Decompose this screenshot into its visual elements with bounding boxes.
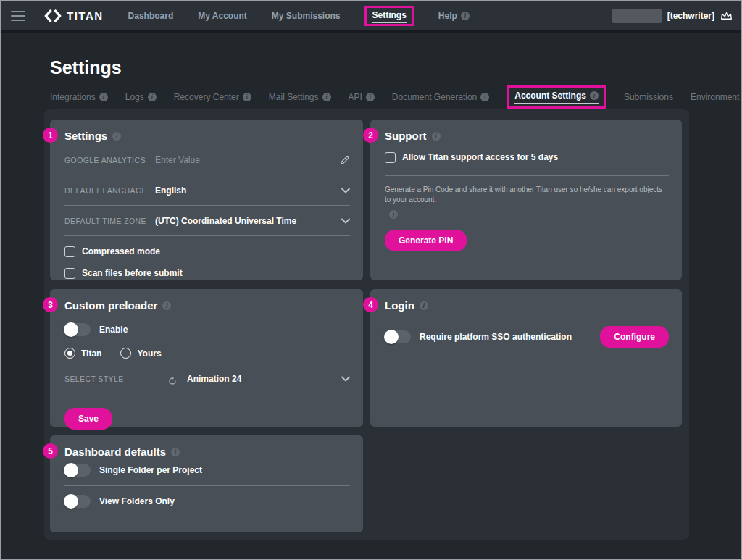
select-style-value: Animation 24 xyxy=(187,374,341,384)
info-badge-icon: i xyxy=(366,93,375,101)
brand-logo[interactable]: TITAN xyxy=(44,7,104,25)
enable-toggle-row: Enable xyxy=(64,323,350,336)
info-badge-icon[interactable]: i xyxy=(420,301,428,310)
tab-account-settings[interactable]: Account Settings i xyxy=(507,85,606,109)
nav-item-settings[interactable]: Settings xyxy=(364,6,413,26)
radio-option-titan[interactable]: Titan xyxy=(64,348,101,359)
tab-integrations-label: Integrations xyxy=(50,92,96,102)
settings-page: { "colors": { "accent": "#e0119b", "card… xyxy=(0,0,742,560)
tab-submissions[interactable]: Submissions xyxy=(624,92,673,102)
google-analytics-row: GOOGLE ANALYTICS Enter Value xyxy=(64,145,350,175)
info-badge-icon: i xyxy=(322,93,331,101)
radio-option-yours[interactable]: Yours xyxy=(120,348,161,359)
custom-preloader-card: 3 Custom preloader i Enable Titan Yours … xyxy=(50,289,363,427)
topbar-right: [techwriter] xyxy=(612,9,733,23)
chevron-down-icon[interactable] xyxy=(341,188,350,193)
info-badge-icon: i xyxy=(243,93,251,101)
step-badge-2: 2 xyxy=(363,128,378,143)
info-badge-icon[interactable]: i xyxy=(171,448,180,456)
settings-card-title: Settings xyxy=(64,130,107,142)
single-folder-row: Single Folder per Project xyxy=(64,464,350,477)
support-card: 2 Support i Allow Titan support access f… xyxy=(370,120,682,280)
radio-yours-label: Yours xyxy=(137,348,161,359)
step-badge-4: 4 xyxy=(363,297,378,312)
scan-files-checkbox[interactable] xyxy=(64,268,75,279)
nav-item-help[interactable]: Help i xyxy=(438,11,470,21)
view-folders-toggle[interactable] xyxy=(64,495,91,508)
page-title: Settings xyxy=(50,57,122,78)
nav-item-my-submissions[interactable]: My Submissions xyxy=(272,11,341,21)
info-badge-icon: i xyxy=(148,93,157,101)
hamburger-menu-icon[interactable] xyxy=(11,11,25,21)
dashboard-defaults-card: 5 Dashboard defaults i Single Folder per… xyxy=(50,435,363,532)
nav-item-dashboard[interactable]: Dashboard xyxy=(128,11,174,21)
default-timezone-row[interactable]: DEFAULT TIME ZONE (UTC) Coordinated Univ… xyxy=(64,206,350,236)
crown-icon[interactable] xyxy=(720,11,733,21)
brand-name: TITAN xyxy=(67,9,104,22)
step-badge-5: 5 xyxy=(43,443,58,459)
tab-api[interactable]: API i xyxy=(349,92,375,102)
tab-submissions-label: Submissions xyxy=(624,92,673,102)
sso-toggle[interactable] xyxy=(385,330,411,343)
compressed-mode-checkbox[interactable] xyxy=(64,246,75,257)
support-access-label: Allow Titan support access for 5 days xyxy=(402,152,558,162)
info-badge-icon[interactable]: i xyxy=(112,132,121,141)
tab-account-settings-label: Account Settings xyxy=(514,91,586,101)
sso-toggle-label: Require platform SSO authentication xyxy=(420,332,572,342)
nav-item-my-account[interactable]: My Account xyxy=(198,11,247,21)
google-analytics-label: GOOGLE ANALYTICS xyxy=(64,156,155,164)
info-badge-icon[interactable]: i xyxy=(432,132,441,141)
titan-logo-icon xyxy=(44,7,62,25)
info-badge-icon[interactable]: i xyxy=(389,210,398,219)
edit-pencil-icon[interactable] xyxy=(340,155,350,165)
tab-environment-variables[interactable]: Environment Variables xyxy=(691,92,742,102)
enable-toggle[interactable] xyxy=(64,323,91,336)
default-timezone-label: DEFAULT TIME ZONE xyxy=(64,217,155,225)
support-access-option: Allow Titan support access for 5 days xyxy=(385,148,669,167)
tab-logs-label: Logs xyxy=(125,92,144,102)
topbar: TITAN Dashboard My Account My Submission… xyxy=(1,1,742,33)
topbar-nav: Dashboard My Account My Submissions Sett… xyxy=(128,6,470,26)
dashboard-defaults-card-title: Dashboard defaults xyxy=(64,446,166,458)
tab-document-generation[interactable]: Document Generation i xyxy=(392,92,489,102)
info-badge-icon[interactable]: i xyxy=(162,301,171,310)
step-badge-1: 1 xyxy=(43,128,58,143)
radio-yours-unselected xyxy=(120,348,131,359)
scan-files-label: Scan files before submit xyxy=(82,268,183,278)
select-style-row[interactable]: SELECT STYLE Animation 24 xyxy=(64,364,350,393)
divider xyxy=(385,175,669,176)
default-language-value: English xyxy=(155,185,341,196)
view-folders-label: View Folders Only xyxy=(99,496,175,506)
radio-titan-label: Titan xyxy=(81,348,101,359)
chevron-down-icon[interactable] xyxy=(341,376,350,382)
tab-integrations[interactable]: Integrations i xyxy=(50,92,108,102)
tab-mail-settings[interactable]: Mail Settings i xyxy=(269,92,331,102)
step-badge-3: 3 xyxy=(43,297,58,312)
user-field[interactable] xyxy=(612,9,662,23)
settings-tabs: Integrations i Logs i Recovery Center i … xyxy=(50,85,742,109)
nav-item-help-label: Help xyxy=(438,11,457,21)
radio-titan-selected xyxy=(64,348,75,359)
animation-preview-icon xyxy=(168,377,177,385)
tab-recovery-center[interactable]: Recovery Center i xyxy=(174,92,251,102)
chevron-down-icon[interactable] xyxy=(341,218,350,224)
tab-api-label: API xyxy=(349,92,362,102)
active-nav-underline xyxy=(372,22,406,23)
tab-document-generation-label: Document Generation xyxy=(392,92,477,102)
nav-item-settings-label: Settings xyxy=(372,10,406,20)
tab-recovery-center-label: Recovery Center xyxy=(174,92,239,102)
support-access-checkbox[interactable] xyxy=(385,152,396,163)
info-badge-icon: i xyxy=(99,93,108,101)
configure-button[interactable]: Configure xyxy=(600,326,669,348)
single-folder-toggle[interactable] xyxy=(64,464,91,477)
username-label: [techwriter] xyxy=(667,11,714,21)
google-analytics-input[interactable]: Enter Value xyxy=(155,155,340,165)
active-tab-underline xyxy=(514,103,599,104)
custom-preloader-card-title: Custom preloader xyxy=(64,299,157,312)
info-badge-icon: i xyxy=(590,91,599,100)
default-language-row[interactable]: DEFAULT LANGUAGE English xyxy=(64,175,350,206)
generate-pin-button[interactable]: Generate PIN xyxy=(385,230,467,251)
tab-logs[interactable]: Logs i xyxy=(125,92,157,102)
login-card: 4 Login i Require platform SSO authentic… xyxy=(370,289,682,427)
save-button[interactable]: Save xyxy=(64,408,112,430)
